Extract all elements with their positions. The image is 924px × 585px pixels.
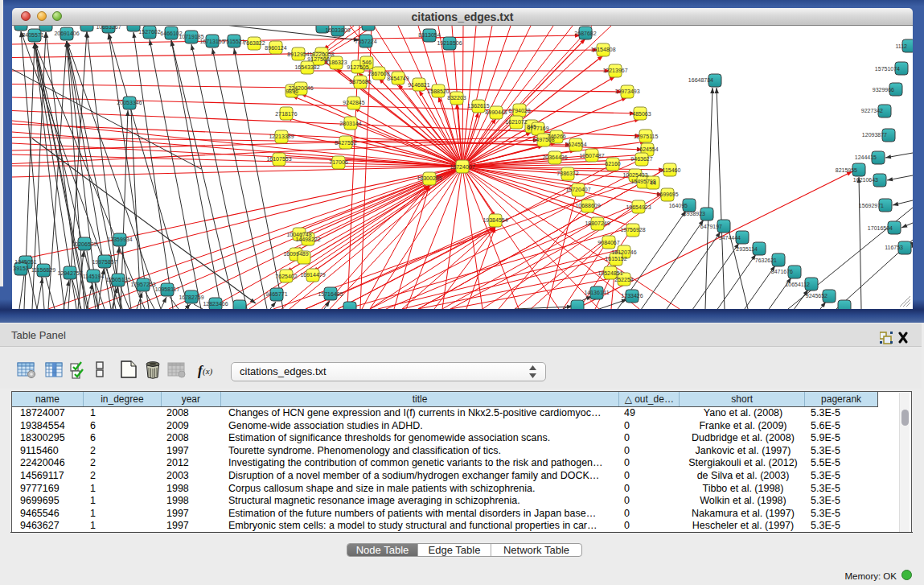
svg-text:8454749: 8454749 (387, 76, 409, 81)
svg-text:16033809: 16033809 (325, 27, 350, 33)
svg-text:20053346: 20053346 (117, 100, 142, 105)
svg-text:16543382: 16543382 (294, 64, 319, 70)
svg-text:8813054: 8813054 (418, 32, 440, 38)
svg-text:9699695: 9699695 (656, 192, 678, 197)
svg-text:18724007: 18724007 (450, 164, 474, 170)
svg-text:9245652: 9245652 (806, 293, 827, 299)
svg-text:6794028: 6794028 (508, 108, 530, 113)
svg-text:164095: 164095 (669, 203, 688, 208)
svg-text:24055714: 24055714 (22, 32, 47, 38)
svg-text:8938923: 8938923 (684, 211, 705, 216)
svg-text:7386372: 7386372 (556, 171, 578, 176)
svg-text:9777169: 9777169 (527, 126, 548, 131)
svg-text:2718176: 2718176 (275, 111, 297, 117)
svg-text:16648784: 16648784 (688, 77, 713, 83)
svg-text:19384554: 19384554 (483, 217, 507, 223)
svg-text:1615152: 1615152 (605, 256, 626, 262)
svg-text:10973493: 10973493 (614, 89, 639, 94)
svg-text:15692971: 15692971 (859, 203, 884, 208)
svg-text:62160: 62160 (605, 161, 621, 167)
svg-text:9242845: 9242845 (343, 100, 364, 105)
svg-text:10654112: 10654112 (785, 282, 810, 287)
svg-text:12213967: 12213967 (602, 68, 627, 73)
svg-text:12505135: 12505135 (105, 277, 130, 282)
svg-text:1733426: 1733426 (621, 293, 643, 299)
svg-text:1244415: 1244415 (855, 154, 877, 160)
svg-text:16154808: 16154808 (590, 47, 615, 52)
svg-text:19654923: 19654923 (626, 204, 651, 210)
svg-text:19975857: 19975857 (92, 259, 117, 265)
svg-text:7632621: 7632621 (755, 257, 777, 263)
svg-text:9227342: 9227342 (861, 108, 883, 113)
svg-text:17016504: 17016504 (868, 225, 893, 231)
svg-text:7625402: 7625402 (275, 274, 297, 279)
svg-text:16107553: 16107553 (266, 156, 291, 162)
svg-text:10958117: 10958117 (155, 286, 180, 292)
svg-text:19218506: 19218506 (437, 40, 462, 46)
svg-text:252254: 252254 (614, 277, 633, 282)
svg-text:746266: 746266 (547, 134, 565, 139)
svg-text:15716485: 15716485 (318, 291, 343, 297)
svg-text:717006: 717006 (329, 159, 347, 165)
svg-text:1624554: 1624554 (636, 146, 658, 152)
svg-text:44: 44 (650, 180, 656, 186)
svg-text:10025433: 10025433 (622, 172, 647, 178)
svg-text:8912954: 8912954 (287, 51, 309, 57)
svg-text:11156829: 11156829 (31, 267, 55, 273)
svg-text:1145194: 1145194 (83, 274, 105, 279)
svg-text:8186323: 8186323 (325, 60, 347, 65)
svg-text:1362615: 1362615 (467, 103, 489, 109)
svg-text:116753: 116753 (885, 245, 903, 250)
svg-text:16914479: 16914479 (300, 272, 325, 278)
svg-text:7515521: 7515521 (223, 39, 244, 44)
svg-text:12942757: 12942757 (57, 270, 82, 276)
svg-text:6479197: 6479197 (700, 224, 722, 229)
svg-text:14136141: 14136141 (584, 290, 609, 295)
svg-text:19756928: 19756928 (620, 227, 645, 233)
svg-text:9084067: 9084067 (598, 240, 619, 245)
svg-text:8990448: 8990448 (485, 109, 507, 115)
svg-text:3624554: 3624554 (565, 142, 586, 147)
svg-text:832203: 832203 (447, 95, 466, 101)
svg-text:17359934: 17359934 (107, 237, 132, 242)
svg-text:1345051: 1345051 (14, 259, 36, 265)
svg-text:18300295: 18300295 (417, 175, 441, 181)
svg-text:1112: 1112 (895, 43, 907, 49)
svg-text:1588520: 1588520 (427, 89, 449, 94)
svg-text:2687682: 2687682 (574, 31, 596, 36)
svg-text:15720407: 15720407 (565, 187, 590, 192)
svg-text:16099489: 16099489 (283, 251, 308, 257)
svg-text:10507487: 10507487 (579, 153, 604, 159)
svg-text:9474444: 9474444 (719, 235, 741, 241)
svg-text:16782759: 16782759 (179, 295, 203, 300)
svg-text:9463627: 9463627 (630, 156, 652, 162)
svg-text:18807249: 18807249 (585, 220, 610, 226)
svg-text:7485063: 7485063 (629, 111, 651, 117)
svg-text:17957253: 17957253 (130, 282, 155, 287)
svg-text:8471676: 8471676 (771, 269, 793, 274)
svg-text:9127505: 9127505 (347, 64, 368, 70)
svg-text:8960124: 8960124 (265, 45, 286, 51)
svg-text:7357224: 7357224 (355, 39, 376, 44)
svg-text:19524851: 19524851 (598, 270, 622, 276)
svg-text:12823466: 12823466 (203, 301, 228, 307)
svg-text:2803144: 2803144 (339, 121, 361, 126)
svg-text:9465771: 9465771 (265, 291, 287, 297)
svg-text:12213389: 12213389 (269, 134, 294, 139)
svg-text:5875685: 5875685 (349, 79, 371, 84)
svg-text:1527602: 1527602 (138, 29, 160, 35)
svg-text:7663822: 7663822 (243, 40, 265, 46)
svg-text:15751074: 15751074 (875, 66, 900, 72)
svg-text:12093877: 12093877 (862, 132, 887, 138)
svg-text:9329966: 9329966 (873, 87, 894, 93)
svg-text:2935114: 2935114 (736, 246, 758, 252)
svg-text:16120746: 16120746 (611, 249, 636, 255)
svg-text:39151: 39151 (13, 266, 29, 271)
svg-text:16210643: 16210643 (853, 177, 878, 183)
svg-text:14498222: 14498222 (295, 237, 320, 242)
svg-text:1621072: 1621072 (505, 119, 527, 125)
svg-text:20364436: 20364436 (542, 154, 567, 160)
svg-text:10653267: 10653267 (96, 26, 121, 30)
svg-text:20691406: 20691406 (54, 31, 79, 36)
svg-text:10688609: 10688609 (575, 203, 600, 208)
